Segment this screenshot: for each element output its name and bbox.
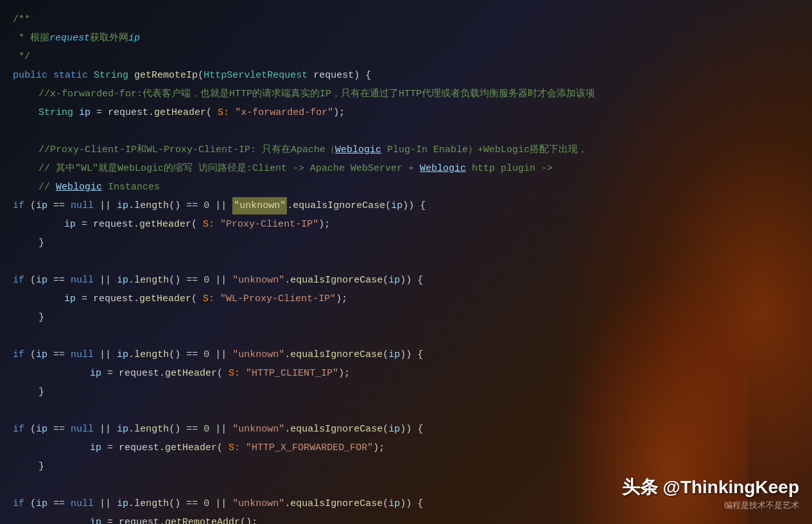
code-line-if-2: if ( ip == null || ip . length () == 0 |…	[0, 271, 812, 290]
code-line-comment: //Proxy-Client-IP和WL-Proxy-Client-IP: 只有…	[0, 141, 812, 159]
code-line-http-x-forwarded: ip = request. getHeader ( S: "HTTP_X_FOR…	[0, 439, 812, 457]
code-line-close: }	[0, 457, 812, 476]
code-line-if-3: if ( ip == null || ip . length () == 0 |…	[0, 345, 812, 364]
code-line-proxy-client-ip: ip = request. getHeader ( S: "Proxy-Clie…	[0, 215, 812, 234]
code-line-blank	[0, 401, 812, 420]
code-line-blank	[0, 122, 812, 141]
code-line-blank	[0, 327, 812, 345]
watermark-main: 头条 @ThinkingKeep	[622, 475, 799, 500]
code-line-comment: // 其中"WL"就是WebLogic的缩写 访问路径是:Client -> A…	[0, 159, 812, 178]
code-line-close: }	[0, 234, 812, 252]
code-line-wl-proxy: ip = request. getHeader ( S: "WL-Proxy-C…	[0, 290, 812, 308]
code-line-blank	[0, 252, 812, 271]
code-line: * 根据request获取外网ip	[0, 29, 812, 48]
code-line-if-4: if ( ip == null || ip . length () == 0 |…	[0, 420, 812, 439]
code-line-close: }	[0, 308, 812, 327]
code-line-comment: //x-forwarded-for:代表客户端，也就是HTTP的请求端真实的IP…	[0, 85, 812, 103]
code-line-comment: // Weblogic Instances	[0, 178, 812, 197]
code-line: */	[0, 48, 812, 66]
code-line-string-ip: String ip = request. getHeader ( S: "x-f…	[0, 103, 812, 122]
code-line: /**	[0, 10, 812, 29]
watermark: 头条 @ThinkingKeep 编程是技术不是艺术	[622, 475, 799, 511]
code-line-http-client-ip: ip = request. getHeader ( S: "HTTP_CLIEN…	[0, 364, 812, 383]
code-line-remote-addr: ip = request. getRemoteAddr ();	[0, 513, 812, 524]
code-container: /** * 根据request获取外网ip */ public static S…	[0, 0, 812, 524]
watermark-sub: 编程是技术不是艺术	[622, 500, 799, 511]
code-line-if-unknown-highlight: if ( ip == null || ip . length () == 0 |…	[0, 197, 812, 215]
unknown-highlight: "unknown"	[232, 197, 287, 214]
code-line-close: }	[0, 383, 812, 401]
code-line-method-sig: public static String getRemoteIp ( HttpS…	[0, 66, 812, 85]
